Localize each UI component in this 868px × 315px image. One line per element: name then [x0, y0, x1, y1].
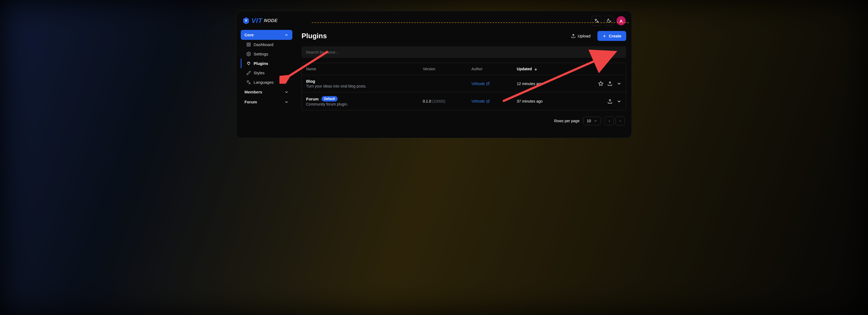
- sidebar-item-label: Styles: [254, 70, 265, 75]
- rows-per-page-value: 10: [587, 119, 591, 123]
- sidebar-item-languages[interactable]: Languages: [241, 77, 292, 87]
- settings-icon: [246, 52, 251, 56]
- sidebar: Core Dashboard Settings Plugins Styles: [240, 28, 293, 127]
- avatar[interactable]: A: [617, 16, 626, 25]
- svg-marker-8: [598, 82, 603, 86]
- plugin-name: Forum: [306, 97, 319, 101]
- external-link-icon: [486, 100, 490, 103]
- chevron-down-icon: [284, 90, 289, 94]
- create-button-label: Create: [609, 34, 621, 38]
- column-version: Version: [418, 63, 467, 75]
- svg-rect-2: [249, 45, 250, 46]
- sidebar-group-forum[interactable]: Forum: [241, 97, 292, 107]
- plugin-updated: 37 minutes ago: [517, 99, 543, 103]
- dashboard-icon: [246, 42, 251, 47]
- plugin-version-extra: (10000): [432, 99, 445, 103]
- svg-rect-3: [247, 45, 248, 46]
- column-updated-label: Updated: [517, 67, 532, 71]
- logo-icon: [242, 17, 250, 25]
- plugin-description: Turn your ideas into viral blog posts.: [306, 84, 414, 88]
- sidebar-item-dashboard[interactable]: Dashboard: [241, 40, 292, 49]
- search-input[interactable]: [302, 46, 626, 58]
- author-name: VitNode: [471, 99, 485, 103]
- upload-action[interactable]: [607, 81, 613, 87]
- plugin-name: Blog: [306, 79, 315, 84]
- sidebar-item-label: Plugins: [254, 61, 268, 66]
- plugin-description: Community forum plugin.: [306, 102, 414, 106]
- table-row[interactable]: Blog Turn your ideas into viral blog pos…: [302, 75, 626, 92]
- table-row[interactable]: Forum Default Community forum plugin. 0.…: [302, 92, 626, 111]
- sidebar-item-plugins[interactable]: Plugins: [241, 59, 292, 68]
- chevron-up-icon: [284, 33, 289, 37]
- rows-per-page-select[interactable]: 10: [583, 117, 601, 125]
- avatar-letter: A: [620, 19, 623, 23]
- column-updated[interactable]: Updated: [513, 63, 578, 75]
- page-title: Plugins: [302, 32, 327, 40]
- upload-button-label: Upload: [578, 34, 591, 38]
- create-button[interactable]: Create: [597, 31, 626, 41]
- sidebar-item-label: Languages: [254, 80, 274, 85]
- brand-logo: VITNODE: [242, 17, 278, 25]
- sort-down-icon: [534, 67, 538, 71]
- sidebar-item-label: Settings: [254, 52, 268, 56]
- chevron-down-icon: [284, 100, 289, 104]
- plug-icon: [246, 61, 251, 66]
- column-author: Author: [467, 63, 513, 75]
- plugin-version: 0.1.0: [423, 99, 431, 103]
- translate-icon: [246, 80, 251, 85]
- svg-point-4: [248, 53, 249, 54]
- upload-action[interactable]: [607, 98, 613, 104]
- prev-page-button[interactable]: [605, 116, 614, 125]
- upload-button[interactable]: Upload: [567, 31, 594, 41]
- star-action[interactable]: [598, 81, 603, 87]
- rows-per-page-label: Rows per page: [554, 119, 579, 123]
- plugins-table: Name Version Author Updated: [302, 63, 626, 110]
- author-link[interactable]: VitNode: [471, 99, 490, 103]
- brush-icon: [246, 70, 251, 75]
- sidebar-item-styles[interactable]: Styles: [241, 68, 292, 77]
- column-name: Name: [302, 63, 418, 75]
- chevron-down-icon: [594, 119, 597, 123]
- author-name: VitNode: [471, 82, 485, 86]
- next-page-button[interactable]: [616, 116, 625, 125]
- more-action[interactable]: [616, 98, 622, 104]
- sidebar-group-core[interactable]: Core: [241, 30, 292, 40]
- translate-button[interactable]: [592, 16, 601, 26]
- sidebar-item-settings[interactable]: Settings: [241, 49, 292, 59]
- svg-rect-0: [247, 43, 248, 44]
- svg-rect-1: [249, 43, 250, 44]
- sidebar-item-label: Dashboard: [254, 42, 273, 47]
- sidebar-group-label: Forum: [244, 100, 257, 104]
- more-action[interactable]: [616, 81, 622, 87]
- theme-toggle-button[interactable]: [604, 16, 614, 26]
- sidebar-group-members[interactable]: Members: [241, 87, 292, 97]
- default-badge: Default: [321, 96, 338, 101]
- external-link-icon: [486, 82, 490, 85]
- plugin-updated: 12 minutes ago: [517, 82, 543, 86]
- brand-secondary: NODE: [264, 18, 278, 24]
- brand-primary: VIT: [251, 17, 262, 25]
- sidebar-group-label: Members: [244, 90, 262, 94]
- author-link[interactable]: VitNode: [471, 82, 490, 86]
- sidebar-group-label: Core: [244, 33, 254, 37]
